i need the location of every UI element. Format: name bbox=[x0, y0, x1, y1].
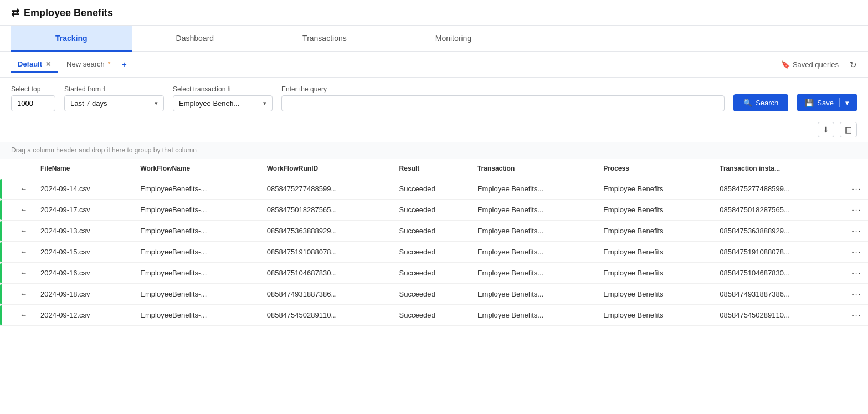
started-from-label: Started from ℹ bbox=[64, 85, 164, 93]
tab-default-close[interactable]: ✕ bbox=[45, 60, 51, 68]
col-workflowrunid[interactable]: WorkFlowRunID bbox=[260, 159, 393, 178]
row-back-arrow[interactable]: ← bbox=[13, 242, 34, 263]
select-transaction-chevron-icon: ▾ bbox=[263, 100, 266, 107]
row-filename: 2024-09-13.csv bbox=[34, 221, 133, 242]
row-transactioninstance: 0858475018287565... bbox=[713, 200, 845, 221]
col-transaction[interactable]: Transaction bbox=[471, 159, 597, 178]
row-process: Employee Benefits bbox=[597, 221, 713, 242]
row-transaction: Employee Benefits... bbox=[471, 263, 597, 284]
table-row[interactable]: ← 2024-09-17.csv EmployeeBenefits-... 08… bbox=[0, 200, 868, 221]
select-transaction-info-icon: ℹ bbox=[228, 85, 230, 93]
enter-query-input[interactable] bbox=[281, 95, 725, 111]
row-more-actions[interactable]: ··· bbox=[845, 200, 868, 221]
row-result: Succeeded bbox=[393, 263, 471, 284]
tab-new-search[interactable]: New search * bbox=[60, 57, 117, 73]
tabs-right-actions: 🔖 Saved queries ↻ bbox=[777, 58, 857, 71]
download-button[interactable]: ⬇ bbox=[818, 122, 834, 137]
row-process: Employee Benefits bbox=[597, 305, 713, 326]
app-title-text: Employee Benefits bbox=[24, 7, 113, 19]
row-transactioninstance: 0858475363888929... bbox=[713, 221, 845, 242]
row-more-actions[interactable]: ··· bbox=[845, 178, 868, 200]
save-chevron-icon: ▾ bbox=[845, 99, 849, 107]
nav-item-tracking[interactable]: Tracking bbox=[11, 26, 132, 52]
tabs-bar: Default ✕ New search * + 🔖 Saved queries… bbox=[0, 52, 868, 78]
row-workflowname: EmployeeBenefits-... bbox=[133, 284, 260, 305]
nav-item-dashboard[interactable]: Dashboard bbox=[132, 26, 259, 52]
select-transaction-label: Select transaction ℹ bbox=[173, 85, 273, 93]
download-icon: ⬇ bbox=[823, 125, 829, 134]
started-from-info-icon: ℹ bbox=[103, 85, 106, 93]
row-workflowname: EmployeeBenefits-... bbox=[133, 305, 260, 326]
row-indicator-cell bbox=[0, 305, 13, 326]
col-filename[interactable]: FileName bbox=[34, 159, 133, 178]
row-more-actions[interactable]: ··· bbox=[845, 305, 868, 326]
row-back-arrow[interactable]: ← bbox=[13, 284, 34, 305]
col-transactioninstance[interactable]: Transaction insta... bbox=[713, 159, 845, 178]
table-row[interactable]: ← 2024-09-12.csv EmployeeBenefits-... 08… bbox=[0, 305, 868, 326]
enter-query-label: Enter the query bbox=[281, 85, 725, 93]
save-label: Save bbox=[817, 99, 834, 107]
nav-item-monitoring[interactable]: Monitoring bbox=[391, 26, 516, 52]
table-row[interactable]: ← 2024-09-14.csv EmployeeBenefits-... 08… bbox=[0, 178, 868, 200]
save-icon: 💾 bbox=[805, 99, 814, 107]
table-row[interactable]: ← 2024-09-15.csv EmployeeBenefits-... 08… bbox=[0, 242, 868, 263]
row-filename: 2024-09-12.csv bbox=[34, 305, 133, 326]
select-top-label: Select top bbox=[11, 85, 55, 93]
row-back-arrow[interactable]: ← bbox=[13, 200, 34, 221]
drag-hint: Drag a column header and drop it here to… bbox=[0, 142, 868, 159]
row-result: Succeeded bbox=[393, 178, 471, 200]
row-transaction: Employee Benefits... bbox=[471, 178, 597, 200]
columns-icon: ▦ bbox=[845, 125, 852, 134]
col-process[interactable]: Process bbox=[597, 159, 713, 178]
row-more-actions[interactable]: ··· bbox=[845, 284, 868, 305]
table-body: ← 2024-09-14.csv EmployeeBenefits-... 08… bbox=[0, 178, 868, 326]
tab-new-search-modified: * bbox=[108, 60, 111, 68]
col-actions bbox=[845, 159, 868, 178]
tab-new-search-label: New search bbox=[66, 60, 105, 68]
row-workflowname: EmployeeBenefits-... bbox=[133, 221, 260, 242]
select-transaction-select[interactable]: Employee Benefi... ▾ bbox=[173, 95, 273, 111]
select-top-input[interactable] bbox=[11, 95, 55, 111]
bookmark-icon: 🔖 bbox=[781, 60, 790, 69]
row-more-actions[interactable]: ··· bbox=[845, 242, 868, 263]
columns-button[interactable]: ▦ bbox=[840, 122, 857, 137]
table-row[interactable]: ← 2024-09-18.csv EmployeeBenefits-... 08… bbox=[0, 284, 868, 305]
row-more-actions[interactable]: ··· bbox=[845, 221, 868, 242]
row-transactioninstance: 0858475104687830... bbox=[713, 263, 845, 284]
search-label: Search bbox=[756, 99, 778, 107]
data-table: FileName WorkFlowName WorkFlowRunID Resu… bbox=[0, 159, 868, 326]
col-result[interactable]: Result bbox=[393, 159, 471, 178]
table-row[interactable]: ← 2024-09-16.csv EmployeeBenefits-... 08… bbox=[0, 263, 868, 284]
tab-add-button[interactable]: + bbox=[121, 60, 126, 70]
search-button[interactable]: 🔍 Search bbox=[733, 94, 788, 111]
save-button[interactable]: 💾 Save ▾ bbox=[797, 94, 857, 111]
row-result: Succeeded bbox=[393, 284, 471, 305]
saved-queries-button[interactable]: 🔖 Saved queries bbox=[777, 58, 843, 71]
row-filename: 2024-09-18.csv bbox=[34, 284, 133, 305]
refresh-button[interactable]: ↻ bbox=[850, 60, 857, 70]
app-header: ⇄ Employee Benefits bbox=[0, 0, 868, 26]
row-filename: 2024-09-16.csv bbox=[34, 263, 133, 284]
row-back-arrow[interactable]: ← bbox=[13, 305, 34, 326]
row-back-arrow[interactable]: ← bbox=[13, 178, 34, 200]
row-transaction: Employee Benefits... bbox=[471, 242, 597, 263]
tab-default[interactable]: Default ✕ bbox=[11, 57, 58, 73]
row-transaction: Employee Benefits... bbox=[471, 221, 597, 242]
table-row[interactable]: ← 2024-09-13.csv EmployeeBenefits-... 08… bbox=[0, 221, 868, 242]
row-process: Employee Benefits bbox=[597, 200, 713, 221]
row-result: Succeeded bbox=[393, 305, 471, 326]
col-workflowname[interactable]: WorkFlowName bbox=[133, 159, 260, 178]
main-nav: Tracking Dashboard Transactions Monitori… bbox=[0, 26, 868, 52]
row-back-arrow[interactable]: ← bbox=[13, 263, 34, 284]
started-from-select[interactable]: Last 7 days ▾ bbox=[64, 95, 164, 111]
search-icon: 🔍 bbox=[743, 99, 752, 107]
row-more-actions[interactable]: ··· bbox=[845, 263, 868, 284]
row-back-arrow[interactable]: ← bbox=[13, 221, 34, 242]
row-workflowrunid: 0858475450289110... bbox=[260, 305, 393, 326]
row-transactioninstance: 0858474931887386... bbox=[713, 284, 845, 305]
nav-item-transactions[interactable]: Transactions bbox=[258, 26, 391, 52]
app-title-icon: ⇄ bbox=[11, 7, 19, 19]
row-process: Employee Benefits bbox=[597, 263, 713, 284]
row-transaction: Employee Benefits... bbox=[471, 284, 597, 305]
row-workflowname: EmployeeBenefits-... bbox=[133, 200, 260, 221]
